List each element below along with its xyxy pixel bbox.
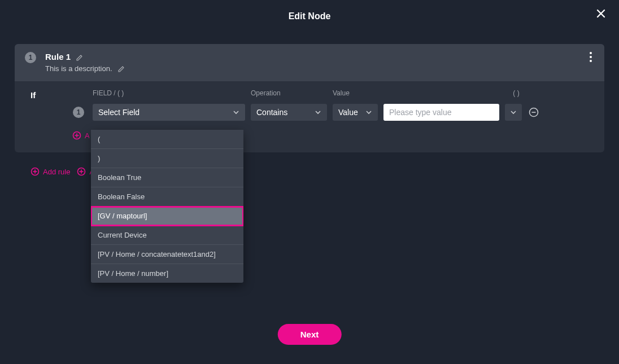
header-operation: Operation [251,89,327,97]
field-select-text: Select Field [98,108,140,117]
dropdown-item[interactable]: Boolean True [91,168,243,187]
dropdown-item[interactable]: ( [91,130,243,149]
dropdown-item[interactable]: Boolean False [91,187,243,207]
rule-number-badge: 1 [25,52,36,63]
chevron-down-icon [315,109,321,116]
add-rule-link[interactable]: Add rule [30,167,70,176]
row-number-badge: 1 [73,107,84,118]
rule-panel: 1 Rule 1 This is a description. If FIELD… [15,44,604,152]
value-type-text: Value [338,108,358,117]
header-field: FIELD / ( ) [93,89,245,97]
rule-description: This is a description. [45,64,112,73]
add-rule-label: Add rule [43,168,70,176]
next-button[interactable]: Next [278,324,342,345]
header-value: Value [333,89,502,97]
chevron-down-icon [233,109,239,116]
more-menu-icon[interactable] [590,52,592,62]
header-paren: ( ) [508,89,525,97]
remove-condition-icon[interactable] [528,106,540,119]
rule-title: Rule 1 [45,52,71,62]
dropdown-item[interactable]: Current Device [91,226,243,245]
field-dropdown[interactable]: ()Boolean TrueBoolean False[GV / maptour… [91,130,243,283]
chevron-down-icon [365,109,372,116]
edit-description-icon[interactable] [118,65,125,72]
paren-select[interactable] [505,104,522,121]
value-type-select[interactable]: Value [333,104,378,121]
dropdown-item[interactable]: [PV / Home / concatenatetext1and2] [91,245,243,264]
field-select[interactable]: Select Field [93,104,245,121]
operation-select-text: Contains [256,108,287,117]
column-headers: FIELD / ( ) Operation Value ( ) [70,89,589,97]
if-label: If [30,89,70,100]
rule-header: 1 Rule 1 This is a description. [15,44,604,81]
dropdown-item[interactable]: ) [91,149,243,168]
edit-title-icon[interactable] [76,54,83,61]
dropdown-item[interactable]: [PV / Home / number] [91,264,243,283]
dropdown-item[interactable]: [GV / maptourl] [91,207,243,226]
value-input[interactable] [383,104,499,121]
condition-row: 1 Select Field Contains Value [70,104,589,121]
close-icon[interactable] [595,8,607,19]
operation-select[interactable]: Contains [251,104,327,121]
modal-title: Edit Node [0,11,619,21]
add-condition-label: Add condition [85,131,89,140]
